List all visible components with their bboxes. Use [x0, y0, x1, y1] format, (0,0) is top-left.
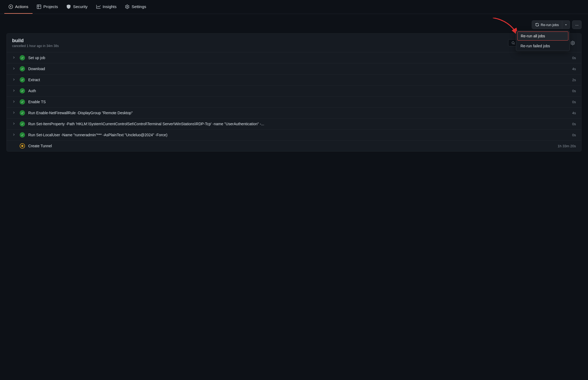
top-nav: Actions Projects Security Insights Setti… — [0, 0, 588, 14]
job-duration: 0s — [572, 133, 576, 137]
nav-insights[interactable]: Insights — [92, 0, 121, 14]
nav-actions-label: Actions — [15, 4, 28, 9]
job-chevron[interactable] — [12, 56, 16, 60]
job-duration: 0s — [572, 56, 576, 60]
job-name[interactable]: Set up job — [28, 56, 569, 60]
job-status-icon — [20, 55, 25, 60]
job-duration: 1h 33m 20s — [558, 144, 576, 148]
job-status-icon — [20, 99, 25, 105]
job-row: Auth0s — [7, 85, 581, 96]
nav-security[interactable]: Security — [62, 0, 92, 14]
job-status-icon — [20, 110, 25, 116]
status-check — [20, 99, 25, 105]
status-check — [20, 88, 25, 94]
build-title: build — [12, 38, 59, 44]
build-info: build cancelled 1 hour ago in 34m 38s — [12, 38, 59, 48]
job-chevron[interactable] — [12, 89, 16, 93]
job-name[interactable]: Download — [28, 67, 569, 71]
job-duration: 0s — [572, 100, 576, 104]
job-name[interactable]: Run Set-LocalUser -Name "runneradmin"***… — [28, 133, 569, 137]
job-status-icon — [20, 77, 25, 83]
build-settings-button[interactable] — [569, 40, 576, 46]
job-name[interactable]: Run Set-ItemProperty -Path 'HKLM:\System… — [28, 122, 569, 126]
job-row: Extract2s — [7, 74, 581, 85]
job-name[interactable]: Extract — [28, 78, 569, 82]
caret-down-icon — [564, 23, 568, 26]
build-header: build cancelled 1 hour ago in 34m 38s — [7, 34, 581, 52]
gear-icon — [125, 5, 129, 9]
job-row: Run Enable-NetFirewallRule -DisplayGroup… — [7, 107, 581, 119]
job-row: Enable TS0s — [7, 96, 581, 107]
status-check — [20, 77, 25, 83]
job-chevron[interactable] — [12, 78, 16, 82]
status-check — [20, 66, 25, 71]
job-duration: 0s — [572, 122, 576, 126]
job-chevron[interactable] — [12, 100, 16, 104]
build-card: build cancelled 1 hour ago in 34m 38s — [6, 33, 582, 152]
job-name[interactable]: Run Enable-NetFirewallRule -DisplayGroup… — [28, 111, 569, 115]
nav-insights-label: Insights — [103, 4, 117, 9]
status-check — [20, 132, 25, 138]
play-icon — [9, 5, 13, 9]
nav-settings-label: Settings — [132, 4, 146, 9]
nav-actions[interactable]: Actions — [4, 0, 33, 14]
table-icon — [37, 5, 41, 9]
rerun-jobs-caret[interactable] — [562, 20, 570, 29]
job-duration: 0s — [572, 89, 576, 93]
rerun-jobs-button[interactable]: Re-run jobs — [532, 20, 562, 29]
nav-projects[interactable]: Projects — [33, 0, 62, 14]
job-row: Run Set-LocalUser -Name "runneradmin"***… — [7, 130, 581, 141]
job-status-icon — [20, 121, 25, 127]
job-chevron — [12, 144, 16, 148]
chart-icon — [96, 5, 101, 9]
job-row: Set up job0s — [7, 52, 581, 63]
job-duration: 4s — [572, 111, 576, 115]
job-name[interactable]: Enable TS — [28, 100, 569, 104]
job-row: Run Set-ItemProperty -Path 'HKLM:\System… — [7, 119, 581, 130]
search-icon — [512, 41, 515, 45]
dropdown-menu: Re-run all jobs Re-run failed jobs — [516, 31, 570, 51]
status-check — [20, 121, 25, 127]
header-row: Re-run jobs ··· Re-run all jobs Re-run f… — [6, 20, 582, 29]
job-chevron[interactable] — [12, 67, 16, 71]
job-name[interactable]: Auth — [28, 89, 569, 93]
rerun-icon — [535, 23, 539, 27]
status-check — [20, 55, 25, 60]
rerun-failed-jobs-item[interactable]: Re-run failed jobs — [516, 41, 569, 51]
nav-security-label: Security — [73, 4, 87, 9]
job-list: Set up job0s Download4s Extract2s Auth0s… — [7, 52, 581, 151]
nav-settings[interactable]: Settings — [121, 0, 150, 14]
job-duration: 2s — [572, 78, 576, 82]
rerun-all-jobs-item[interactable]: Re-run all jobs — [517, 31, 568, 41]
settings-icon — [571, 41, 575, 45]
job-status-icon — [20, 143, 25, 149]
shield-icon — [66, 5, 71, 9]
job-status-icon — [20, 132, 25, 138]
job-chevron[interactable] — [12, 111, 16, 115]
rerun-jobs-label: Re-run jobs — [541, 23, 559, 27]
more-options-button[interactable]: ··· — [572, 20, 582, 29]
build-subtitle: cancelled 1 hour ago in 34m 38s — [12, 44, 59, 48]
job-name[interactable]: Create Tunnel — [28, 144, 554, 148]
job-chevron[interactable] — [12, 122, 16, 126]
job-row: Download4s — [7, 63, 581, 74]
nav-projects-label: Projects — [43, 4, 58, 9]
rerun-jobs-group: Re-run jobs — [532, 20, 570, 29]
job-row: Create Tunnel1h 33m 20s — [7, 141, 581, 151]
main-content: Re-run jobs ··· Re-run all jobs Re-run f… — [0, 14, 588, 158]
job-chevron[interactable] — [12, 133, 16, 137]
job-status-icon — [20, 66, 25, 71]
job-duration: 4s — [572, 67, 576, 71]
job-status-icon — [20, 88, 25, 94]
status-running — [20, 143, 25, 149]
status-check — [20, 110, 25, 116]
